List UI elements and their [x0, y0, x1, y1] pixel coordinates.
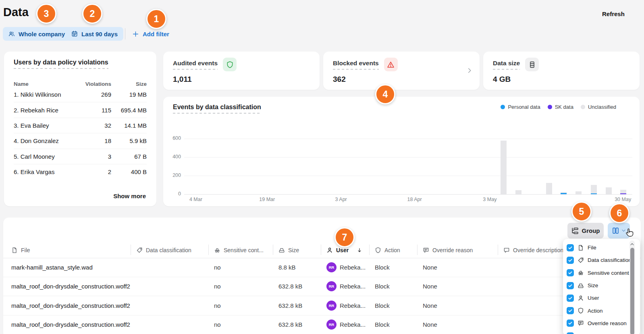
violations-row[interactable]: 3. Eva Bailey3214.1 MB [14, 118, 147, 133]
column-header-sensitive-cont[interactable]: Sensitive cont... [208, 242, 273, 258]
drive-icon [578, 282, 584, 289]
bar-segment-unclassified [546, 183, 552, 194]
violations-card: Users by data policy violations Name Vio… [4, 52, 156, 206]
bar-segment-personal [591, 193, 597, 194]
chart-bar [606, 187, 612, 194]
column-header-override-reason[interactable]: Override reason [417, 242, 498, 258]
columns-menu-item-override-reason[interactable]: Override reason [563, 317, 640, 330]
columns-menu-item-action[interactable]: Action [563, 304, 640, 317]
shield-icon [226, 61, 234, 68]
shield-icon [375, 247, 381, 253]
shield-icon [223, 58, 237, 71]
annotation-badge-6: 6 [609, 203, 629, 223]
scope-filter-chip[interactable]: Whole company [3, 27, 71, 41]
chart-bar [515, 190, 521, 194]
checkbox-checked[interactable] [567, 307, 574, 314]
cell-file: malta_roof_don-drysdale_construction.wof… [3, 277, 131, 296]
cell-file: malta_roof_don-drysdale_construction.wof… [3, 296, 131, 315]
checkbox-checked[interactable] [567, 269, 574, 276]
user-name: Rebeka... [340, 321, 366, 328]
table-row[interactable]: mark-hamill_astana_style.wadno8.8 kBRRRe… [3, 258, 641, 277]
check-icon [568, 283, 573, 288]
chart-legend: Personal dataSK dataUnclassified [501, 104, 616, 110]
chart-bar [620, 190, 626, 194]
columns-menu-item-sensitive-content[interactable]: Sensitive content [563, 267, 640, 279]
table-row[interactable]: malta_roof_don-drysdale_construction.wof… [3, 315, 641, 334]
checkbox-checked[interactable] [567, 332, 574, 334]
x-axis-label: 30 May [615, 197, 631, 202]
violations-row[interactable]: 1. Nikki Wilkinson26919 MB [14, 87, 147, 102]
file-icon [11, 247, 18, 253]
table-row[interactable]: malta_roof_don-drysdale_construction.wof… [3, 296, 641, 315]
legend-item-personal[interactable]: Personal data [501, 104, 540, 110]
violations-table-header: Name Violations Size [14, 81, 147, 87]
menu-scrollbar[interactable] [629, 241, 635, 334]
period-filter-label: Last 90 days [81, 31, 118, 37]
column-header-action[interactable]: Action [369, 242, 417, 258]
chevron-right-icon[interactable] [466, 67, 473, 74]
check-icon [568, 270, 573, 275]
scroll-up-icon[interactable] [629, 241, 635, 247]
column-header-size[interactable]: Size [273, 242, 321, 258]
add-filter-button[interactable]: Add filter [132, 27, 169, 41]
group-button-label: Group [582, 227, 600, 234]
checkbox-checked[interactable] [567, 295, 574, 302]
violations-row[interactable]: 5. Carl Mooney367 B [14, 149, 147, 164]
add-filter-label: Add filter [143, 31, 169, 37]
violations-row[interactable]: 2. Rebekah Rice115695.4 MB [14, 102, 147, 118]
audited-events-card: Audited events 1,011 [163, 52, 320, 90]
checkbox-checked[interactable] [567, 244, 574, 251]
cell-size: 8.8 kB [273, 258, 321, 277]
menu-scrollbar-thumb[interactable] [630, 248, 634, 334]
refresh-button[interactable]: Refresh [602, 10, 625, 17]
period-filter-chip[interactable]: Last 90 days [66, 27, 123, 41]
checkbox-checked[interactable] [567, 319, 574, 327]
cell-sens: no [208, 258, 273, 277]
cell-cls [131, 315, 208, 334]
checkbox-checked[interactable] [567, 257, 574, 264]
gridline [184, 139, 632, 139]
audited-events-title: Audited events [173, 60, 218, 70]
columns-icon [612, 227, 619, 234]
violations-col-violations: Violations [77, 81, 111, 87]
chart-plot-area [184, 139, 632, 194]
check-icon [568, 245, 573, 250]
y-axis-label: 0 [166, 191, 181, 197]
user-name: Rebeka... [340, 264, 366, 271]
cell-user: RRRebeka... [321, 258, 369, 277]
column-header-data-classification[interactable]: Data classification [131, 242, 208, 258]
legend-item-sk[interactable]: SK data [548, 104, 573, 110]
blocked-events-title: Blocked events [333, 60, 379, 70]
violations-row[interactable]: 6. Erika Vargas2400 B [14, 164, 147, 179]
columns-menu-dropdown: FileData classificationSensitive content… [563, 239, 640, 334]
columns-menu-item-user[interactable]: User [563, 292, 640, 304]
avatar: RR [326, 301, 337, 311]
legend-item-unclassified[interactable]: Unclassified [581, 104, 616, 110]
bar-segment-sk [620, 193, 626, 194]
cell-file: mark-hamill_astana_style.wad [3, 258, 131, 277]
y-axis-label: 200 [166, 172, 181, 178]
x-axis-label: 18 Apr [407, 197, 422, 202]
violations-row[interactable]: 4. Don Gonzalez185.9 kB [14, 133, 147, 149]
group-button[interactable]: Group [567, 223, 604, 239]
columns-menu-item-file[interactable]: File [563, 241, 640, 254]
show-more-button[interactable]: Show more [113, 193, 146, 199]
legend-dot [548, 105, 552, 109]
drive-icon [278, 247, 285, 253]
check-icon [568, 321, 573, 326]
columns-menu-item-data-classification[interactable]: Data classification [563, 254, 640, 266]
table-row[interactable]: malta_roof_don-drysdale_construction.wof… [3, 277, 641, 297]
cell-size: 632.8 kB [273, 277, 321, 296]
bar-segment-personal [561, 193, 567, 194]
user-name: Rebeka... [340, 302, 366, 309]
chart-bar [561, 192, 567, 194]
column-header-file[interactable]: File [3, 242, 131, 258]
warning-icon [387, 61, 395, 68]
violations-card-title: Users by data policy violations [14, 59, 108, 69]
gridline [184, 194, 632, 195]
columns-menu-item-size[interactable]: Size [563, 279, 640, 292]
columns-menu-item[interactable] [563, 330, 640, 334]
chart-bar [575, 191, 582, 194]
checkbox-checked[interactable] [567, 282, 574, 289]
people-icon [8, 31, 15, 37]
